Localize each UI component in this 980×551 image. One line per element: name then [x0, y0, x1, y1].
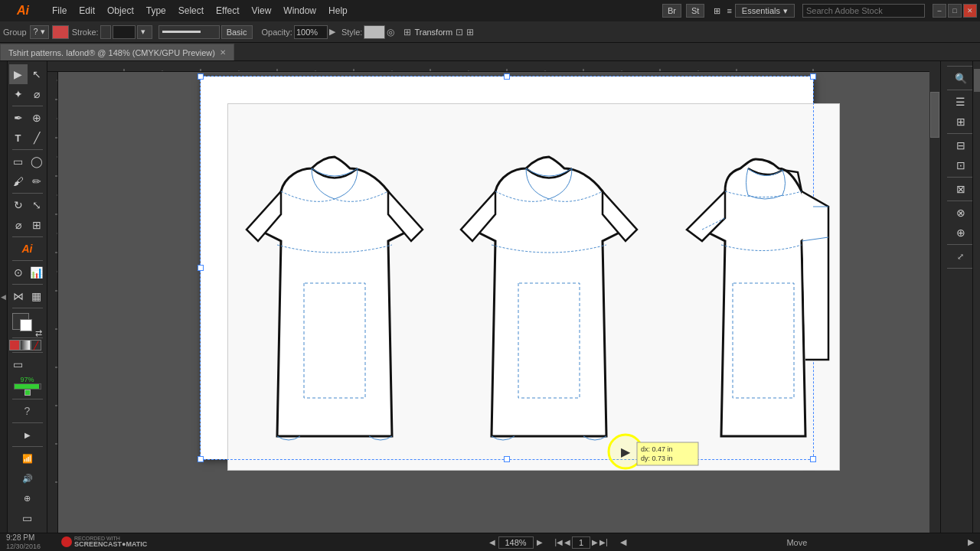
zoom-value-input[interactable] [498, 536, 534, 549]
group-type-dropdown[interactable]: ? ▾ [30, 25, 49, 39]
next-page-button[interactable]: ▶ [592, 538, 598, 546]
type-tool[interactable]: T [9, 128, 28, 148]
fill-color-swatch[interactable] [52, 25, 69, 39]
stroke-width-input[interactable] [113, 25, 136, 39]
stroke-profile-dropdown[interactable]: Basic [221, 25, 253, 39]
opacity-arrow[interactable]: ▶ [329, 27, 335, 37]
mesh-tool[interactable]: ⋈ [9, 286, 28, 306]
toolbar-separator-12 [12, 446, 43, 447]
canvas-scroll-left[interactable]: ◀ [620, 537, 626, 547]
transform-icon[interactable]: ⊡ [456, 27, 463, 37]
page-number-input[interactable] [572, 536, 590, 549]
transform-more-icon[interactable]: ⊞ [466, 27, 474, 37]
minimize-button[interactable]: – [933, 4, 946, 18]
free-transform-tool[interactable]: ⊞ [28, 215, 46, 235]
left-toolbar: ▶ ↖ ✦ ⌀ ✒ ⊕ T ╱ ▭ ◯ 🖌 ✏ ↻ ⤡ ⌀ [8, 61, 47, 533]
close-button[interactable]: ✕ [963, 4, 977, 18]
tab-close-button[interactable]: ✕ [220, 48, 226, 57]
tshirt-side-right [687, 159, 828, 436]
canvas-scroll-right[interactable]: ▶ [968, 537, 974, 547]
workspace-dropdown[interactable]: Essentials ▾ [735, 4, 795, 18]
align-icon[interactable]: ⊞ [403, 27, 411, 37]
rotate-tool[interactable]: ↻ [9, 195, 28, 215]
document-tab[interactable]: Tshirt patterns. lafond® @ 148% (CMYK/GP… [0, 44, 234, 60]
menu-help[interactable]: Help [322, 0, 354, 21]
arrangement-icon[interactable]: ⊞ [714, 6, 720, 16]
color-mode-row: ╱ [9, 340, 46, 350]
progress-bar-outer [14, 383, 41, 390]
magic-wand-tool[interactable]: ✦ [9, 84, 28, 104]
group-label: Group [3, 28, 27, 37]
ellipse-tool[interactable]: ◯ [28, 152, 46, 171]
scale-tool[interactable]: ⤡ [28, 195, 46, 215]
menu-file[interactable]: File [46, 0, 73, 21]
first-page-button[interactable]: |◀ [555, 538, 564, 546]
canvas-area[interactable]: ▶ dx: 0.47 in dy: 0.73 in [47, 61, 940, 533]
bridge-button[interactable]: Br [662, 4, 681, 18]
add-anchor-tool[interactable]: ⊕ [28, 108, 46, 128]
gradient-tool[interactable]: ▦ [28, 286, 46, 306]
menu-type[interactable]: Type [140, 0, 172, 21]
selection-tool[interactable]: ▶ [9, 64, 28, 84]
symbol-sprayer-tool[interactable]: ⊙ [9, 262, 28, 282]
direct-selection-tool[interactable]: ↖ [28, 64, 46, 84]
zoom-increase-button[interactable]: ▶ [537, 538, 543, 546]
expand-toolbar-button[interactable]: ▶ [9, 425, 46, 445]
maximize-button[interactable]: □ [948, 4, 962, 18]
prev-page-button[interactable]: ◀ [564, 538, 570, 546]
stroke-color-box[interactable] [20, 319, 32, 331]
pen-anchor-tool[interactable]: ⊕ [9, 488, 46, 508]
lasso-tool[interactable]: ⌀ [28, 84, 46, 104]
audio-icon[interactable]: 🔊 [9, 468, 46, 488]
menu-select[interactable]: Select [172, 0, 210, 21]
right-scroll-thumb[interactable] [974, 69, 980, 92]
pen-tools-row: ✒ ⊕ [9, 108, 46, 128]
stock-button[interactable]: St [686, 4, 704, 18]
toolbar-separator-3 [12, 193, 43, 194]
rectangle-tool[interactable]: ▭ [9, 152, 28, 171]
toolbar-separator-8 [12, 337, 43, 338]
menu-edit[interactable]: Edit [73, 0, 101, 21]
line-segment-tool[interactable]: ╱ [28, 128, 46, 148]
toolbar-separator-2 [12, 149, 43, 150]
toolbar-separator-1 [12, 106, 43, 106]
swap-colors-icon[interactable]: ⇄ [35, 328, 43, 336]
pencil-tool[interactable]: ✏ [28, 171, 46, 191]
progress-thumb[interactable] [24, 390, 31, 396]
content-icon[interactable]: ≡ [727, 6, 731, 15]
screencast-text: RECORDED WITH SCREENCAST●MATIC [74, 536, 147, 549]
stroke-line-display[interactable] [158, 25, 220, 39]
stroke-color-swatch[interactable] [100, 25, 111, 39]
menu-object[interactable]: Object [101, 0, 140, 21]
menu-effect[interactable]: Effect [210, 0, 245, 21]
paintbrush-tool[interactable]: 🖌 [9, 171, 28, 191]
main-layout: ◀ ▶ ↖ ✦ ⌀ ✒ ⊕ T ╱ ▭ ◯ 🖌 ✏ [0, 61, 980, 533]
cursor-arrow-text: ▶ [621, 445, 631, 458]
style-swatch[interactable] [364, 25, 385, 39]
color-options-icon[interactable]: ◎ [387, 27, 394, 37]
warp-tool[interactable]: ⌀ [9, 215, 28, 235]
zoom-decrease-button[interactable]: ◀ [489, 538, 495, 546]
wifi-icon[interactable]: 📶 [9, 448, 46, 468]
last-page-button[interactable]: ▶| [599, 538, 608, 546]
gradient-button[interactable] [20, 340, 31, 350]
artboard-tool[interactable]: ▭ [9, 508, 46, 528]
left-panel-collapse[interactable]: ◀ [0, 61, 8, 533]
normal-screen-mode[interactable]: ▭ [9, 354, 28, 374]
pen-tool[interactable]: ✒ [9, 108, 28, 128]
stock-search-field[interactable] [802, 4, 925, 18]
vertical-ruler [47, 61, 58, 533]
help-button[interactable]: ? [9, 401, 46, 421]
search-stock-input[interactable] [802, 4, 925, 18]
opacity-input[interactable] [294, 25, 328, 39]
graph-tool[interactable]: 📊 [28, 262, 46, 282]
canvas-vscrollbar[interactable] [929, 61, 940, 533]
menu-window[interactable]: Window [277, 0, 322, 21]
canvas-vscroll-thumb[interactable] [930, 92, 939, 138]
right-vscrollbar[interactable] [972, 61, 980, 533]
none-button[interactable]: ╱ [31, 340, 41, 350]
transform-label[interactable]: Transform [414, 28, 452, 37]
color-button[interactable] [9, 340, 20, 350]
menu-view[interactable]: View [246, 0, 278, 21]
stroke-type-dropdown[interactable]: ▾ [137, 25, 152, 39]
